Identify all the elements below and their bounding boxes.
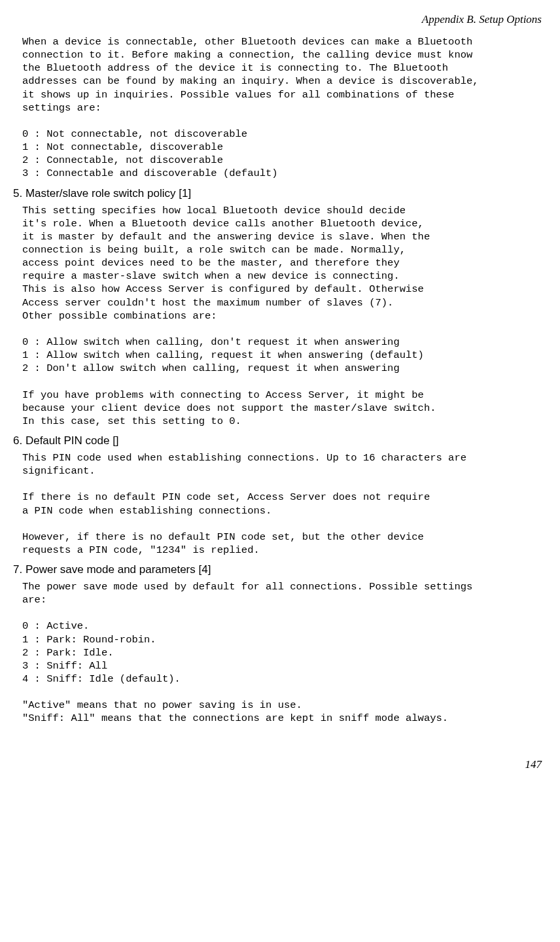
page: Appendix B. Setup Options When a device … bbox=[0, 0, 560, 784]
body-text-block-3: This PIN code used when establishing con… bbox=[22, 451, 547, 557]
page-number: 147 bbox=[13, 758, 547, 771]
body-text-block-2: This setting specifies how local Bluetoo… bbox=[22, 204, 547, 428]
section-heading-6: 6. Default PIN code [] bbox=[13, 434, 547, 447]
body-text-block-1: When a device is connectable, other Blue… bbox=[22, 35, 547, 181]
body-text-block-4: The power save mode used by default for … bbox=[22, 580, 547, 725]
section-heading-7: 7. Power save mode and parameters [4] bbox=[13, 563, 547, 576]
running-header: Appendix B. Setup Options bbox=[13, 13, 547, 26]
section-heading-5: 5. Master/slave role switch policy [1] bbox=[13, 187, 547, 200]
